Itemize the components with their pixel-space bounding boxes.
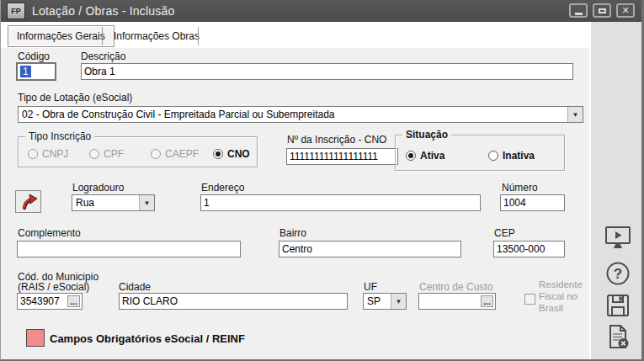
municipio-lookup-button[interactable]: ...: [67, 295, 80, 307]
logradouro-value: Rua: [72, 197, 139, 209]
radio-cnpj-label: CNPJ: [42, 148, 68, 160]
red-curved-arrow-icon: [19, 193, 38, 211]
centro-custo-input[interactable]: ...: [418, 293, 496, 310]
cidade-input[interactable]: RIO CLARO: [119, 293, 348, 310]
tipo-lotacao-label: Tipo de Lotação (eSocial): [18, 92, 132, 104]
situacao-legend: Situação: [402, 129, 451, 141]
svg-text:?: ?: [614, 266, 622, 282]
codigo-input[interactable]: 1: [17, 63, 56, 80]
radio-cpf: CPF: [89, 148, 124, 160]
bairro-input[interactable]: Centro: [279, 241, 461, 257]
complemento-input[interactable]: [17, 241, 241, 257]
municipio-input[interactable]: 3543907 ...: [17, 293, 82, 310]
radio-caepf-label: CAEPF: [165, 148, 199, 160]
radio-ativa[interactable]: Ativa: [406, 150, 444, 162]
help-button[interactable]: ?: [603, 259, 633, 289]
codigo-selected-text: 1: [20, 66, 31, 77]
radio-inativa-label: Inativa: [503, 150, 535, 162]
situacao-group: Situação Ativa Inativa: [395, 135, 565, 171]
centro-custo-label: Centro de Custo: [419, 281, 492, 293]
radio-caepf: CAEPF: [151, 148, 199, 160]
chevron-down-icon[interactable]: ▼: [567, 107, 583, 122]
app-icon: FP: [7, 3, 25, 19]
centro-custo-lookup-button[interactable]: ...: [481, 295, 493, 307]
radio-cno[interactable]: CNO: [213, 148, 250, 160]
radio-selected-icon: [213, 149, 223, 159]
required-fields-legend: Campos Obrigatórios eSocial / REINF: [50, 332, 245, 345]
save-button[interactable]: [603, 291, 633, 321]
required-fields-swatch: [26, 329, 45, 347]
residente-checkbox: [524, 294, 535, 305]
complemento-label: Complemento: [18, 227, 81, 239]
municipio-value: 3543907: [20, 295, 60, 307]
residente-label: Residente Fiscal no Brasil: [539, 279, 589, 314]
radio-circle-icon: [89, 149, 99, 159]
radio-cnpj: CNPJ: [28, 148, 68, 160]
tipo-lotacao-select[interactable]: 02 - Obra de Construção Civil - Empreita…: [18, 106, 583, 123]
close-icon: ✕: [621, 6, 629, 15]
descricao-input[interactable]: Obra 1: [81, 63, 573, 80]
nr-inscricao-input[interactable]: 111111111111111111: [286, 148, 398, 165]
nr-inscricao-label: Nº da Inscrição - CNO: [287, 134, 386, 146]
tipo-lotacao-value: 02 - Obra de Construção Civil - Empreita…: [19, 109, 567, 120]
logradouro-select[interactable]: Rua ▼: [72, 194, 155, 211]
cancel-button[interactable]: [603, 322, 633, 353]
question-mark-icon: ?: [604, 260, 631, 287]
tab-separator: [102, 27, 103, 45]
descricao-label: Descrição: [81, 50, 125, 62]
side-toolbar: ?: [589, 22, 642, 359]
document-cancel-icon: [604, 323, 631, 350]
app-window: FP Lotação / Obras - Inclusão ✕ Informaç…: [0, 0, 644, 361]
logradouro-label: Logradouro: [72, 182, 124, 194]
numero-input[interactable]: 1004: [500, 194, 565, 211]
endereco-label: Endereço: [201, 182, 244, 194]
bairro-label: Bairro: [279, 227, 306, 239]
tab-informacoes-gerais[interactable]: Informações Gerais: [8, 25, 114, 47]
numero-label: Número: [502, 182, 538, 194]
tab-informacoes-obras[interactable]: Informações Obras: [104, 27, 210, 45]
uf-value: SP: [364, 295, 391, 307]
tab-bar: Informações Gerais Informações Obras: [1, 22, 600, 48]
maximize-button[interactable]: [593, 3, 611, 18]
address-lookup-button[interactable]: [15, 190, 41, 213]
minimize-icon: [575, 13, 583, 15]
minimize-button[interactable]: [569, 3, 588, 18]
close-button[interactable]: ✕: [616, 3, 635, 18]
radio-cpf-label: CPF: [104, 148, 124, 160]
title-bar: FP Lotação / Obras - Inclusão ✕: [1, 0, 641, 22]
cep-input[interactable]: 13500-000: [493, 241, 565, 257]
endereco-input[interactable]: 1: [200, 194, 481, 211]
radio-cno-label: CNO: [227, 148, 250, 160]
floppy-disk-icon: [604, 292, 631, 319]
radio-ativa-label: Ativa: [420, 150, 444, 162]
cidade-label: Cidade: [119, 281, 151, 293]
monitor-play-icon: [604, 225, 632, 252]
cep-label: CEP: [494, 227, 515, 239]
tab-separator: [198, 27, 199, 45]
window-title: Lotação / Obras - Inclusão: [32, 4, 174, 18]
radio-selected-icon: [406, 151, 416, 161]
maximize-icon: [599, 8, 606, 13]
radio-inativa[interactable]: Inativa: [488, 150, 535, 162]
radio-circle-icon: [488, 151, 498, 161]
tipo-inscricao-legend: Tipo Inscrição: [25, 130, 94, 142]
radio-circle-icon: [151, 149, 161, 159]
uf-select[interactable]: SP ▼: [363, 293, 407, 310]
chevron-down-icon[interactable]: ▼: [139, 195, 154, 210]
radio-circle-icon: [28, 149, 38, 159]
video-tutorial-button[interactable]: [603, 224, 633, 254]
municipio-label-line2: (RAIS / eSocial): [18, 281, 89, 293]
chevron-down-icon[interactable]: ▼: [391, 294, 406, 309]
tipo-inscricao-group: Tipo Inscrição CNPJ CPF CAEPF CNO: [18, 136, 258, 167]
codigo-label: Código: [18, 50, 50, 62]
uf-label: UF: [364, 281, 377, 293]
